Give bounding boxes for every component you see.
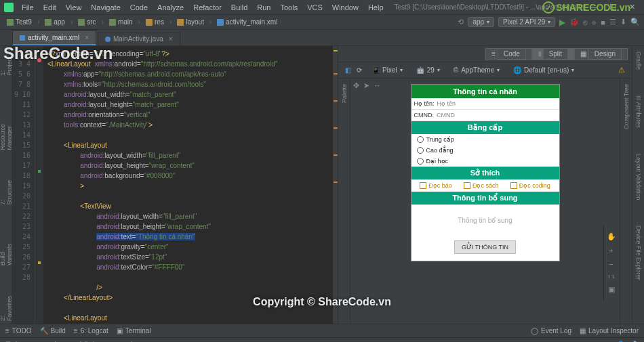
theme-picker[interactable]: © AppTheme <box>449 66 504 74</box>
submit-button[interactable]: GỬI THÔNG TIN <box>454 240 516 254</box>
tool-project[interactable]: 1: Project <box>0 49 14 79</box>
tool-structure[interactable]: 7: Structure <box>0 173 14 208</box>
breakpoint-icon[interactable] <box>37 58 41 62</box>
menu-navigate[interactable]: Navigate <box>87 2 124 13</box>
tool-build-variants[interactable]: Build Variants <box>0 228 14 268</box>
menu-edit[interactable]: Edit <box>39 2 60 13</box>
module-selector[interactable]: app <box>468 17 494 27</box>
crumb-file[interactable]: activity_main.xml <box>214 18 280 26</box>
zoom-fit-icon[interactable]: 1:1 <box>607 274 615 280</box>
stop-icon[interactable]: ■ <box>601 18 605 26</box>
tool-resource-manager[interactable]: Resource Manager <box>0 99 14 153</box>
palette-tab[interactable]: Palette <box>340 79 348 108</box>
view-mode-code[interactable]: ≡ Code <box>485 48 532 60</box>
check-docsach[interactable]: Đọc sách <box>464 182 499 189</box>
menubar: File Edit View Navigate Code Analyze Ref… <box>18 2 388 13</box>
tool-layout-validation[interactable]: Layout Validation <box>635 151 643 202</box>
gutter-mark-icon <box>38 170 41 173</box>
crumb-main[interactable]: main <box>106 18 136 26</box>
design-toolbar: ≡ Code ⫴ Split ▦ Design <box>338 46 632 62</box>
device-picker[interactable]: 📱 Pixel <box>367 66 407 74</box>
crumb-app[interactable]: app <box>42 18 68 26</box>
attach-icon[interactable]: ⎆ <box>592 18 597 26</box>
extra-hint[interactable]: Thông tin bổ sung <box>411 205 559 236</box>
pan-icon[interactable]: ✥ <box>353 81 359 90</box>
tab-label: activity_main.xml <box>28 34 79 41</box>
scroll-mark-icon <box>334 127 338 129</box>
device-canvas[interactable]: ✥ ➤ ↔ Thông tin cá nhân Họ tên:Họ tên CM… <box>350 79 620 324</box>
crumb-res[interactable]: res <box>143 18 167 26</box>
menu-tools[interactable]: Tools <box>276 2 302 13</box>
tab-activity-main[interactable]: activity_main.xml × <box>12 30 96 45</box>
design-pane: ≡ Code ⫴ Split ▦ Design ◧ ⟳ 📱 Pixel 🤖 29… <box>338 46 632 324</box>
orientation-icon[interactable]: ⟳ <box>357 66 362 74</box>
menu-refactor[interactable]: Refactor <box>189 2 226 13</box>
warning-mark-icon <box>334 50 338 51</box>
tool-favorites[interactable]: 2: Favorites <box>0 288 14 324</box>
tool-gradle[interactable]: Gradle <box>635 49 643 72</box>
menu-vcs[interactable]: VCS <box>303 2 327 13</box>
left-tool-gutter: 1: Project Resource Manager 7: Structure… <box>0 46 12 324</box>
tab-mainactivity[interactable]: MainActivity.java × <box>98 32 180 45</box>
check-docbao[interactable]: Đọc báo <box>420 182 452 189</box>
fit-screen-icon[interactable]: ▣ <box>608 285 615 294</box>
device-selector[interactable]: Pixel 2 API 29 <box>498 17 555 27</box>
view-mode-design[interactable]: ▦ Design <box>574 48 628 60</box>
menu-code[interactable]: Code <box>126 2 152 13</box>
tab-layout-inspector[interactable]: ▦ Layout Inspector <box>580 327 639 335</box>
menu-view[interactable]: View <box>62 2 86 13</box>
close-tab-icon[interactable]: × <box>85 34 89 41</box>
debug-icon[interactable]: 🐞 <box>569 18 579 26</box>
crumb-project[interactable]: Test9 <box>4 18 35 26</box>
menu-window[interactable]: Window <box>328 2 363 13</box>
sdk-icon[interactable]: ⬇ <box>620 18 626 26</box>
scrollbar[interactable] <box>332 46 338 324</box>
surface-icon[interactable]: ◧ <box>345 66 351 74</box>
field-id[interactable]: CMND:CMND <box>411 110 559 121</box>
tab-terminal[interactable]: ▣ Terminal <box>117 327 151 335</box>
zoom-in-icon[interactable]: + <box>609 247 613 255</box>
navigation-bar: Test9› app› src› main› res› layout› acti… <box>0 15 644 30</box>
run-button[interactable]: ▶ <box>559 18 565 27</box>
close-tab-icon[interactable]: × <box>169 35 173 43</box>
locale-picker[interactable]: 🌐 Default (en-us) <box>509 66 578 74</box>
profiler-icon[interactable]: ⎋ <box>583 18 588 26</box>
select-icon[interactable]: ➤ <box>363 81 369 90</box>
radio-trungcap[interactable]: Trung cấp <box>411 134 559 145</box>
sync-icon[interactable]: ⟲ <box>458 18 464 26</box>
avd-icon[interactable]: ☰ <box>609 18 616 26</box>
crumb-src[interactable]: src <box>75 18 98 26</box>
tab-build[interactable]: 🔨 Build <box>40 327 66 335</box>
app-logo-icon <box>4 3 14 12</box>
menu-file[interactable]: File <box>18 2 38 13</box>
warning-icon[interactable]: ⚠ <box>618 66 625 74</box>
crumb-layout[interactable]: layout <box>174 18 207 26</box>
tab-todo[interactable]: ≡ TODO <box>5 327 32 335</box>
tool-attributes[interactable]: III Attributes <box>635 93 643 131</box>
menu-run[interactable]: Run <box>253 2 275 13</box>
component-tree-tab[interactable]: Component Tree <box>622 79 630 135</box>
api-picker[interactable]: 🤖 29 <box>412 66 444 74</box>
menu-help[interactable]: Help <box>364 2 388 13</box>
section-header-hobby: Sở thích <box>411 167 559 179</box>
field-name[interactable]: Họ tên:Họ tên <box>411 98 559 110</box>
view-mode-split[interactable]: ⫴ Split <box>532 48 574 60</box>
zoom-out-icon[interactable]: − <box>609 260 613 268</box>
tab-logcat[interactable]: ≡ 6: Logcat <box>74 327 108 335</box>
radio-daihoc[interactable]: Đại học <box>411 156 559 167</box>
menu-analyze[interactable]: Analyze <box>153 2 188 13</box>
pan-tool-icon[interactable]: ✋ <box>607 232 616 241</box>
sharecode-logo: ✓ SHARECODE.vn <box>542 1 630 14</box>
check-doccoding[interactable]: Đọc coding <box>510 182 550 189</box>
tab-event-log[interactable]: ◯ Event Log <box>531 327 571 335</box>
tool-device-explorer[interactable]: Device File Explorer <box>635 223 643 283</box>
status-bar: ☐ daemon started successfully (moments a… <box>0 337 644 342</box>
menu-build[interactable]: Build <box>227 2 251 13</box>
search-icon[interactable]: 🔍 <box>630 18 640 26</box>
code-content[interactable]: <?xml version="1.0" encoding="utf-8"?> <… <box>43 46 332 324</box>
code-editor[interactable]: 1 2 3 4 5 6 7 8 9 10 11 12 13 14 15 16 1… <box>12 46 338 324</box>
main-area: 1: Project Resource Manager 7: Structure… <box>0 46 644 324</box>
radio-caodang[interactable]: Cao đẳng <box>411 145 559 156</box>
component-tree-gutter: Component Tree <box>620 79 632 324</box>
zoom-icon[interactable]: ↔ <box>374 81 381 90</box>
